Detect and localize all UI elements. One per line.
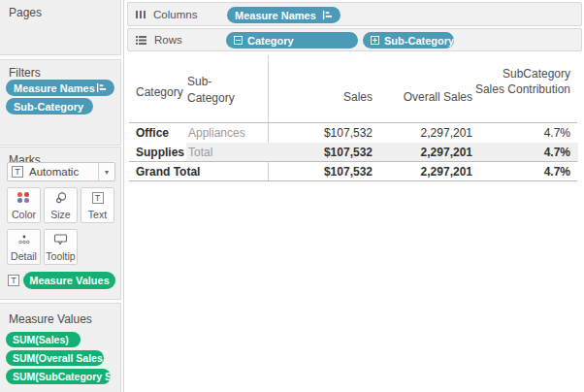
measure-values-card: Measure Values SUM(Sales) SUM(Overall Sa… [0, 303, 121, 392]
row-header-appliances[interactable]: Appliances [188, 123, 245, 143]
tableau-window: Pages Filters Measure Names Sub-Category… [0, 0, 584, 392]
measure-values-title: Measure Values [0, 304, 120, 326]
text-button[interactable]: T Text [81, 187, 114, 223]
filters-shelf[interactable]: Filters Measure Names Sub-Category [0, 59, 121, 146]
row-header-grand-total[interactable]: Grand Total [136, 162, 200, 181]
pages-shelf-title: Pages [0, 0, 120, 19]
pill-label: Measure Names [235, 10, 316, 21]
text-encoding-icon: T [8, 275, 19, 286]
collapse-icon[interactable] [234, 36, 243, 45]
rows-icon [135, 34, 147, 46]
text-button-label: Text [88, 209, 107, 220]
pill-label: Category [247, 35, 294, 47]
filter-pill-measure-names[interactable]: Measure Names [6, 80, 114, 96]
marks-card: Marks T Automatic ▾ Color Size T [0, 147, 121, 300]
column-header-overall-sales[interactable]: Overall Sales [375, 89, 472, 105]
chevron-down-icon[interactable]: ▾ [98, 163, 114, 180]
row-header-category-group[interactable]: Office Supplies [136, 123, 190, 162]
tooltip-button-label: Tooltip [46, 250, 75, 262]
mark-type-dropdown[interactable]: T Automatic ▾ [7, 162, 115, 181]
filter-pill-label: Sub-Category [14, 101, 83, 113]
cell-sales-total[interactable]: $107,532 [276, 143, 373, 162]
tooltip-button[interactable]: Tooltip [44, 229, 78, 265]
columns-shelf-label: Columns [153, 9, 197, 20]
column-header-sales[interactable]: Sales [276, 89, 373, 105]
cell-overall-grand-total[interactable]: 2,297,201 [375, 162, 472, 181]
color-button-label: Color [12, 209, 36, 220]
left-panel: Pages Filters Measure Names Sub-Category… [0, 0, 124, 392]
measure-pill-label: SUM(SubCategory S.. [13, 371, 111, 382]
cell-contrib-appliances[interactable]: 4.7% [473, 123, 570, 143]
measure-pill-sum-subcategory[interactable]: SUM(SubCategory S.. [6, 369, 111, 384]
mark-type-value: Automatic [29, 166, 79, 178]
measure-pill-label: SUM(Sales) [13, 334, 69, 345]
expand-icon[interactable] [371, 36, 379, 45]
cell-overall-total[interactable]: 2,297,201 [375, 143, 472, 162]
detail-dots-icon [17, 230, 31, 248]
columns-pill-measure-names[interactable]: Measure Names [227, 7, 341, 23]
columns-shelf[interactable]: Columns Measure Names [127, 2, 582, 26]
size-circles-icon [54, 188, 68, 207]
measure-pill-sum-sales[interactable]: SUM(Sales) [6, 332, 81, 347]
pages-shelf[interactable]: Pages [0, 0, 121, 55]
rows-shelf-label: Rows [154, 34, 182, 46]
cell-sales-grand-total[interactable]: $107,532 [276, 162, 373, 181]
columns-icon [135, 9, 146, 20]
filter-pill-label: Measure Names [14, 82, 95, 94]
text-t-icon: T [92, 188, 104, 207]
rows-pill-sub-category[interactable]: Sub-Category [363, 32, 454, 49]
column-header-contribution[interactable]: SubCategory Sales Contribution [473, 66, 570, 97]
sort-icon [322, 10, 333, 20]
row-header-total[interactable]: Total [188, 143, 212, 162]
column-header-sub-category[interactable]: Sub-Category [187, 74, 247, 107]
color-dots-icon [17, 188, 30, 207]
filters-shelf-title: Filters [0, 60, 120, 80]
marks-encoding-row: T Measure Values [8, 272, 116, 289]
tooltip-bubble-icon [53, 230, 68, 248]
column-header-category[interactable]: Category [136, 82, 183, 102]
detail-button[interactable]: Detail [7, 229, 41, 265]
cell-overall-appliances[interactable]: 2,297,201 [375, 123, 472, 143]
color-button[interactable]: Color [7, 187, 41, 223]
rows-pill-category[interactable]: Category [226, 32, 358, 49]
cell-contrib-grand-total[interactable]: 4.7% [473, 162, 570, 181]
size-button[interactable]: Size [44, 187, 78, 223]
measure-pill-label: SUM(Overall Sales) [13, 352, 104, 364]
cell-sales-appliances[interactable]: $107,532 [276, 123, 373, 143]
cell-contrib-total[interactable]: 4.7% [473, 143, 570, 162]
detail-button-label: Detail [11, 250, 37, 262]
view-canvas: Category Sub-Category Sales Overall Sale… [124, 53, 584, 392]
pill-label: Sub-Category [384, 35, 454, 47]
filter-pill-sub-category[interactable]: Sub-Category [6, 98, 93, 114]
rows-shelf[interactable]: Rows Category Sub-Category [127, 28, 582, 51]
encoding-pill-measure-values[interactable]: Measure Values [23, 272, 115, 289]
measure-pill-sum-overall-sales[interactable]: SUM(Overall Sales) [6, 350, 104, 366]
table-divider [268, 55, 269, 181]
size-button-label: Size [50, 209, 70, 220]
sort-icon [96, 82, 107, 93]
text-mark-icon: T [12, 166, 23, 178]
encoding-pill-label: Measure Values [29, 275, 110, 286]
